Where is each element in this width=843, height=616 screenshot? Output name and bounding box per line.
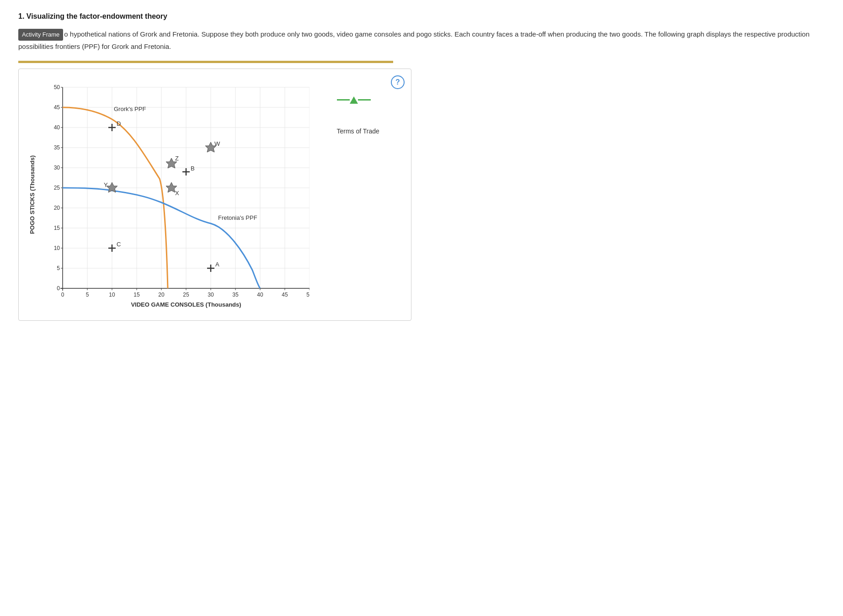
chart-area: POGO STICKS (Thousands) [28, 78, 402, 311]
tot-triangle-icon [350, 96, 358, 104]
svg-text:50: 50 [53, 84, 60, 90]
svg-text:Z: Z [175, 155, 179, 162]
svg-text:40: 40 [53, 124, 60, 131]
page-wrapper: 1. Visualizing the factor-endowment theo… [0, 0, 843, 332]
svg-text:W: W [214, 140, 220, 147]
point-Y: Y [104, 181, 117, 192]
svg-text:40: 40 [257, 292, 263, 298]
tot-line-right [358, 99, 371, 101]
svg-text:15: 15 [53, 225, 60, 231]
x-axis-label: VIDEO GAME CONSOLES (Thousands) [131, 301, 241, 308]
svg-text:Y: Y [104, 181, 108, 188]
svg-text:C: C [117, 241, 121, 248]
svg-text:50: 50 [306, 292, 309, 298]
y-axis-label: POGO STICKS (Thousands) [28, 155, 37, 234]
svg-text:20: 20 [158, 292, 165, 298]
svg-text:30: 30 [208, 292, 214, 298]
chart-container: 0 5 10 15 20 25 30 35 40 45 50 [40, 78, 309, 311]
point-X: X [166, 182, 179, 196]
svg-text:10: 10 [109, 292, 115, 298]
svg-text:A: A [215, 261, 219, 268]
svg-text:25: 25 [53, 185, 60, 191]
svg-text:X: X [175, 190, 179, 196]
tot-line-left [337, 99, 350, 101]
svg-text:10: 10 [53, 245, 60, 251]
tot-label: Terms of Trade [337, 127, 379, 136]
point-W: W [205, 140, 220, 152]
point-D: D [108, 120, 121, 131]
point-C: C [108, 241, 121, 252]
chart-svg: 0 5 10 15 20 25 30 35 40 45 50 [40, 78, 309, 311]
graph-container: ? POGO STICKS (Thousands) [18, 69, 411, 321]
svg-text:D: D [117, 120, 121, 127]
svg-text:0: 0 [61, 292, 64, 298]
section-title: 1. Visualizing the factor-endowment theo… [18, 11, 825, 22]
tot-legend-item [337, 96, 371, 104]
grorks-ppf-label: Grork's PPF [114, 106, 146, 112]
activity-frame-badge: Activity Frame [18, 29, 63, 41]
grorks-ppf-line [63, 107, 168, 288]
point-Z: Z [166, 155, 179, 168]
fretonias-ppf-label: Fretonia's PPF [218, 214, 257, 221]
gold-divider [18, 61, 393, 63]
svg-text:25: 25 [183, 292, 189, 298]
svg-text:45: 45 [282, 292, 288, 298]
help-button[interactable]: ? [391, 75, 405, 89]
svg-text:5: 5 [57, 265, 60, 271]
legend-area: Terms of Trade [337, 96, 379, 136]
svg-text:20: 20 [53, 205, 60, 211]
intro-paragraph: Activity Frameo hypothetical nations of … [18, 28, 825, 53]
point-A: A [207, 261, 219, 272]
svg-text:35: 35 [232, 292, 239, 298]
svg-text:30: 30 [53, 165, 60, 171]
svg-text:35: 35 [53, 144, 60, 151]
point-B: B [182, 165, 195, 175]
svg-text:B: B [191, 165, 195, 172]
svg-text:5: 5 [85, 292, 89, 298]
svg-text:15: 15 [133, 292, 140, 298]
svg-text:0: 0 [57, 285, 60, 292]
svg-text:45: 45 [53, 104, 60, 111]
chart-with-axes: POGO STICKS (Thousands) [28, 78, 309, 311]
